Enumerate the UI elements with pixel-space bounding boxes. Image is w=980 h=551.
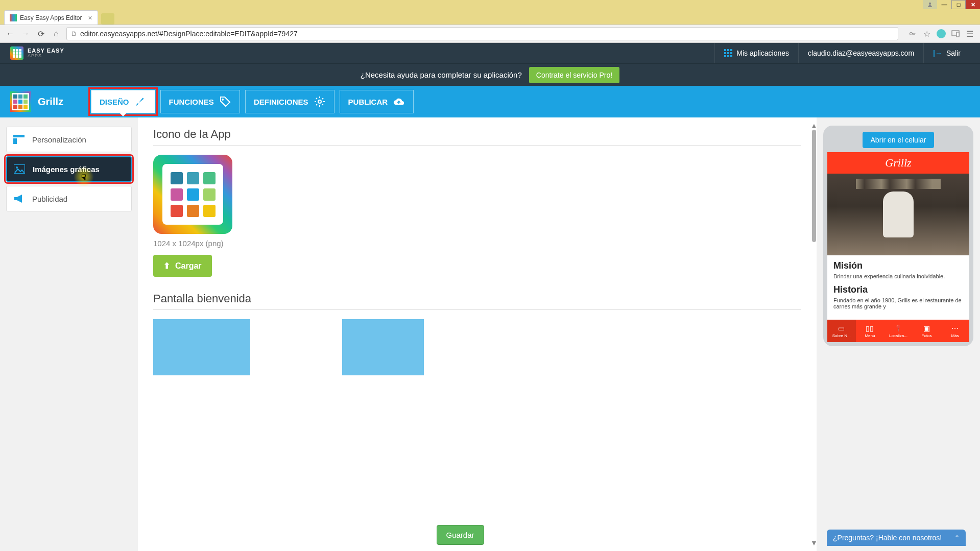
url-input[interactable]: 🗋 editor.easyeasyapps.net/#DesignPlace:e…: [66, 27, 898, 40]
user-email-link[interactable]: claudio.diaz@easyeasyapps.com: [798, 43, 923, 63]
chevron-up-icon: ⌃: [954, 534, 960, 541]
help-question: ¿Necesita ayuda para completar su aplica…: [361, 70, 522, 79]
splash-preview-2[interactable]: [342, 319, 424, 375]
content-scrollbar[interactable]: ▲ ▼: [811, 122, 817, 547]
phone-history-heading: Historia: [833, 284, 963, 295]
phone-mission-heading: Misión: [833, 260, 963, 271]
chat-widget[interactable]: ¿Preguntas? ¡Hable con nosotros! ⌃: [827, 530, 966, 546]
current-app-name: Grillz: [38, 96, 63, 108]
sidebar-item-personalization[interactable]: Personalización: [6, 127, 132, 152]
phone-nav-menu[interactable]: ▯▯Menú: [856, 320, 885, 342]
svg-point-2: [910, 33, 913, 35]
sidebar-item-advertising[interactable]: Publicidad: [6, 186, 132, 211]
scroll-thumb[interactable]: [812, 130, 816, 242]
browser-tab[interactable]: Easy Easy Apps Editor ×: [4, 10, 98, 25]
sidebar: Personalización Imágenes gráficas ☟ Publ…: [0, 117, 138, 551]
scroll-up-icon[interactable]: ▲: [810, 122, 817, 130]
tab-close-icon[interactable]: ×: [88, 14, 92, 22]
app-icon-preview: [153, 155, 232, 234]
main-content: Icono de la App 1024 x 1024px (png) ⬆ Ca…: [138, 117, 817, 551]
home-button[interactable]: ⌂: [51, 29, 61, 39]
my-apps-label: Mis aplicaciones: [736, 49, 789, 57]
divider: [153, 309, 801, 310]
page-icon: 🗋: [71, 30, 77, 37]
window-controls: — □ ✕: [0, 0, 980, 9]
svg-rect-7: [13, 138, 17, 144]
minimize-button[interactable]: —: [937, 0, 951, 9]
workspace: Personalización Imágenes gráficas ☟ Publ…: [0, 117, 980, 551]
key-icon[interactable]: [907, 29, 918, 39]
device-icon[interactable]: [950, 29, 961, 39]
photos-icon: ▣: [923, 324, 930, 332]
phone-frame: Abrir en el celular Grillz Misión Brinda…: [823, 126, 973, 346]
chrome-user-button[interactable]: [923, 0, 937, 9]
splash-preview-1[interactable]: [153, 319, 250, 375]
phone-hero-image: [827, 174, 969, 255]
sidebar-label-personalization: Personalización: [32, 135, 86, 144]
section-title-splash: Pantalla bienvenida: [153, 292, 801, 305]
tab-definitions[interactable]: DEFINICIONES: [245, 90, 334, 113]
save-button[interactable]: Guardar: [437, 525, 484, 545]
close-window-button[interactable]: ✕: [966, 0, 980, 9]
new-tab-button[interactable]: [101, 13, 114, 25]
back-button[interactable]: ←: [5, 29, 15, 39]
more-dots-icon: ⋯: [951, 324, 959, 332]
current-app-icon: [10, 91, 31, 112]
maximize-button[interactable]: □: [951, 0, 966, 9]
phone-preview-panel: Abrir en el celular Grillz Misión Brinda…: [817, 117, 980, 551]
browser-chrome: — □ ✕ Easy Easy Apps Editor × ← → ⟳ ⌂ 🗋 …: [0, 0, 980, 43]
my-apps-link[interactable]: Mis aplicaciones: [714, 43, 798, 63]
tab-strip: Easy Easy Apps Editor ×: [0, 9, 980, 25]
svg-rect-4: [957, 32, 959, 37]
forward-button[interactable]: →: [20, 29, 31, 39]
paintbrush-icon: [134, 95, 147, 108]
extension-icon[interactable]: [936, 29, 946, 39]
tab-functions-label: FUNCIONES: [169, 98, 214, 106]
svg-point-9: [16, 166, 18, 169]
layout-icon: [13, 134, 25, 145]
tab-definitions-label: DEFINICIONES: [254, 98, 308, 106]
app-container: EASY EASYAPPS Mis aplicaciones claudio.d…: [0, 43, 980, 551]
svg-rect-1: [10, 14, 17, 21]
tab-design[interactable]: DISEÑO: [91, 90, 155, 113]
phone-nav-photos[interactable]: ▣Fotos: [913, 320, 941, 342]
reload-button[interactable]: ⟳: [36, 29, 46, 39]
pro-service-button[interactable]: Contrate el servicio Pro!: [529, 67, 619, 83]
logout-link[interactable]: |→ Salir: [923, 43, 970, 63]
main-nav-bar: Grillz DISEÑO FUNCIONES DEFINICIONES PUB…: [0, 86, 980, 117]
phone-nav-location[interactable]: 📍Localiza...: [884, 320, 913, 342]
phone-mission-text: Brindar una experiencia culinaria inolvi…: [833, 273, 963, 279]
url-text: editor.easyeasyapps.net/#DesignPlace:edi…: [80, 30, 298, 38]
phone-nav-more[interactable]: ⋯Más: [941, 320, 969, 342]
svg-point-5: [318, 100, 321, 103]
url-bar: ← → ⟳ ⌂ 🗋 editor.easyeasyapps.net/#Desig…: [0, 25, 980, 43]
tags-icon: [219, 95, 231, 108]
tab-favicon: [10, 14, 17, 21]
upload-button[interactable]: ⬆ Cargar: [153, 255, 212, 277]
phone-bottom-nav: ▭Sobre N... ▯▯Menú 📍Localiza... ▣Fotos ⋯…: [827, 320, 969, 342]
section-title-icon: Icono de la App: [153, 128, 801, 141]
topbar: EASY EASYAPPS Mis aplicaciones claudio.d…: [0, 43, 980, 63]
chat-widget-text: ¿Preguntas? ¡Hable con nosotros!: [833, 534, 942, 542]
icon-dimensions-text: 1024 x 1024px (png): [153, 239, 801, 248]
tab-functions[interactable]: FUNCIONES: [160, 90, 240, 113]
menu-icon[interactable]: ☰: [965, 29, 975, 39]
svg-rect-6: [13, 135, 25, 137]
scroll-down-icon[interactable]: ▼: [810, 539, 817, 547]
phone-nav-about[interactable]: ▭Sobre N...: [827, 320, 856, 342]
logout-icon: |→: [933, 49, 942, 57]
image-icon: [13, 164, 26, 174]
location-pin-icon: 📍: [894, 324, 902, 332]
splash-previews: [153, 319, 801, 375]
megaphone-icon: [13, 194, 25, 204]
upload-label: Cargar: [175, 261, 202, 271]
sidebar-item-graphics[interactable]: Imágenes gráficas ☟: [6, 156, 132, 182]
svg-point-0: [929, 3, 931, 5]
app-logo[interactable]: EASY EASYAPPS: [10, 46, 64, 60]
cursor-pointer-icon: ☟: [81, 173, 86, 182]
logout-label: Salir: [946, 49, 961, 57]
apps-grid-icon: [724, 49, 732, 57]
bookmark-star-icon[interactable]: ☆: [922, 29, 932, 39]
tab-publish[interactable]: PUBLICAR: [340, 90, 414, 113]
open-in-phone-button[interactable]: Abrir en el celular: [863, 132, 935, 148]
